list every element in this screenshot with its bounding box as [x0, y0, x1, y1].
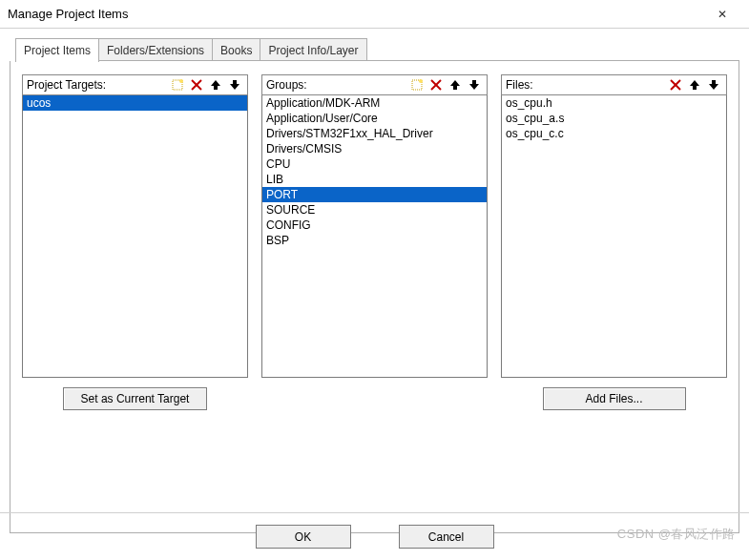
arrow-down-icon — [468, 78, 481, 92]
tab-body: Project Targets: ucos — [10, 61, 739, 533]
move-group-up-button[interactable] — [447, 76, 464, 93]
new-icon — [171, 78, 184, 92]
arrow-up-icon — [209, 78, 222, 92]
tab-project-items[interactable]: Project Items — [15, 38, 99, 62]
move-target-down-button[interactable] — [226, 76, 243, 93]
set-as-current-target-button[interactable]: Set as Current Target — [63, 387, 208, 410]
new-icon — [410, 78, 424, 92]
tab-strip: Project Items Folders/Extensions Books P… — [15, 38, 739, 61]
new-group-button[interactable] — [408, 76, 426, 93]
list-item[interactable]: SOURCE — [262, 202, 487, 218]
add-files-button[interactable]: Add Files... — [543, 387, 686, 410]
panel-targets-label: Project Targets: — [27, 78, 167, 92]
content-area: Project Items Folders/Extensions Books P… — [10, 38, 739, 508]
list-item[interactable]: PORT — [262, 187, 487, 202]
targets-listbox[interactable]: ucos — [22, 95, 248, 378]
arrow-down-icon — [228, 78, 241, 92]
window-title: Manage Project Items — [8, 7, 703, 21]
panel-targets: Project Targets: ucos — [22, 74, 248, 410]
list-item[interactable]: Application/MDK-ARM — [262, 95, 487, 111]
list-item[interactable]: Drivers/STM32F1xx_HAL_Driver — [262, 126, 487, 141]
new-target-button[interactable] — [169, 76, 186, 93]
tab-label: Project Items — [24, 44, 91, 57]
panel-files-footer: Add Files... — [501, 387, 727, 410]
delete-file-button[interactable] — [667, 76, 684, 93]
panel-files-label: Files: — [506, 78, 665, 92]
panel-targets-header: Project Targets: — [22, 74, 248, 95]
list-item[interactable]: ucos — [23, 95, 247, 111]
dialog-button-bar: OK Cancel — [0, 512, 749, 560]
list-item[interactable]: Drivers/CMSIS — [262, 141, 487, 156]
list-item[interactable]: BSP — [262, 233, 487, 248]
list-item[interactable]: os_cpu.h — [502, 95, 726, 111]
delete-icon — [429, 78, 443, 92]
groups-listbox[interactable]: Application/MDK-ARM Application/User/Cor… — [261, 95, 488, 378]
move-file-up-button[interactable] — [686, 76, 703, 93]
close-icon: ✕ — [718, 8, 727, 21]
cancel-button[interactable]: Cancel — [399, 525, 494, 549]
arrow-up-icon — [688, 78, 701, 92]
delete-icon — [669, 78, 682, 92]
tab-project-info-layer[interactable]: Project Info/Layer — [260, 38, 366, 60]
panels-row: Project Targets: ucos — [22, 74, 727, 410]
list-item[interactable]: CONFIG — [262, 218, 487, 233]
titlebar: Manage Project Items ✕ — [0, 0, 749, 29]
move-file-down-button[interactable] — [705, 76, 722, 93]
panel-groups-label: Groups: — [266, 78, 406, 92]
list-item[interactable]: Application/User/Core — [262, 111, 487, 126]
tab-books[interactable]: Books — [212, 38, 260, 60]
arrow-up-icon — [448, 78, 462, 92]
panel-groups: Groups: Application/MDK-ARM — [261, 74, 488, 410]
tab-folders-extensions[interactable]: Folders/Extensions — [98, 38, 213, 60]
ok-button[interactable]: OK — [256, 525, 351, 549]
tab-label: Project Info/Layer — [268, 44, 358, 57]
delete-icon — [190, 78, 203, 92]
delete-target-button[interactable] — [188, 76, 205, 93]
close-button[interactable]: ✕ — [703, 4, 741, 25]
panel-targets-footer: Set as Current Target — [22, 387, 248, 410]
move-group-down-button[interactable] — [466, 76, 483, 93]
list-item[interactable]: os_cpu_c.c — [502, 126, 726, 141]
move-target-up-button[interactable] — [207, 76, 224, 93]
panel-files: Files: os_cpu.h os_cpu_a.s os_cpu_c.c — [501, 74, 727, 410]
list-item[interactable]: os_cpu_a.s — [502, 111, 726, 126]
panel-files-header: Files: — [501, 74, 727, 95]
tab-label: Books — [220, 44, 252, 57]
files-listbox[interactable]: os_cpu.h os_cpu_a.s os_cpu_c.c — [501, 95, 727, 378]
svg-point-5 — [419, 79, 423, 83]
list-item[interactable]: LIB — [262, 172, 487, 187]
tab-label: Folders/Extensions — [107, 44, 204, 57]
svg-point-1 — [179, 79, 183, 83]
panel-groups-header: Groups: — [261, 74, 488, 95]
arrow-down-icon — [707, 78, 720, 92]
list-item[interactable]: CPU — [262, 156, 487, 172]
delete-group-button[interactable] — [427, 76, 445, 93]
